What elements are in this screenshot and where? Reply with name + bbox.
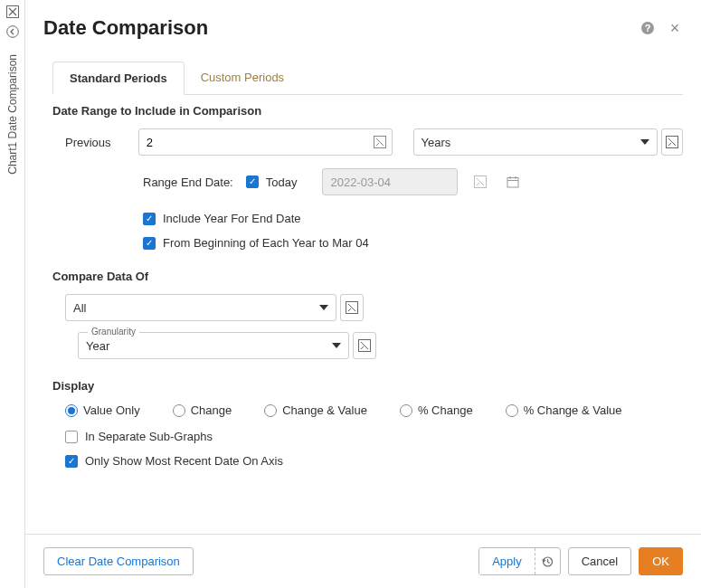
svg-rect-7	[507, 178, 518, 188]
radio-icon	[506, 404, 518, 417]
radio-icon	[173, 404, 185, 417]
compare-data-value: All	[73, 301, 86, 315]
radio-label: Change	[191, 403, 232, 417]
page-title: Date Comparison	[43, 16, 208, 40]
clear-button[interactable]: Clear Date Comparison	[43, 547, 194, 575]
compare-fx-button[interactable]	[340, 294, 364, 321]
subgraphs-label: In Separate Sub-Graphs	[85, 430, 213, 443]
display-radio-4[interactable]: % Change & Value	[506, 403, 622, 417]
granularity-fx-button[interactable]	[353, 332, 376, 359]
today-checkbox[interactable]	[246, 175, 259, 188]
compare-section-label: Compare Data Of	[52, 270, 683, 283]
range-section-label: Date Range to Include in Comparison	[52, 104, 683, 118]
radio-label: Change & Value	[282, 403, 367, 417]
sidebar-back-icon[interactable]	[5, 24, 21, 40]
granularity-label: Granularity	[88, 327, 139, 337]
chevron-down-icon	[332, 343, 341, 348]
sidebar-close-icon[interactable]	[5, 4, 21, 20]
include-year-label: Include Year For End Date	[163, 212, 301, 225]
granularity-select[interactable]: Granularity Year	[78, 332, 349, 359]
apply-button[interactable]: Apply	[479, 548, 535, 574]
radio-icon	[264, 404, 277, 417]
subgraphs-checkbox[interactable]	[65, 431, 78, 443]
unit-select[interactable]: Years	[413, 128, 658, 156]
end-date-input	[323, 169, 457, 194]
include-year-checkbox[interactable]	[143, 213, 156, 225]
unit-fx-button[interactable]	[661, 128, 684, 156]
end-date-fx-button	[469, 168, 492, 195]
recent-date-label: Only Show Most Recent Date On Axis	[85, 454, 283, 468]
help-icon[interactable]: ?	[639, 20, 656, 36]
unit-value: Years	[422, 136, 451, 149]
chevron-down-icon	[319, 305, 328, 310]
display-radio-0[interactable]: Value Only	[65, 403, 140, 417]
sidebar-label: Chart1 Date Comparison	[6, 54, 19, 175]
cancel-button[interactable]: Cancel	[568, 547, 631, 575]
radio-label: % Change & Value	[524, 403, 622, 417]
granularity-value: Year	[86, 339, 109, 353]
tab-custom-periods[interactable]: Custom Periods	[185, 62, 300, 94]
display-radio-3[interactable]: % Change	[400, 403, 473, 417]
compare-data-select[interactable]: All	[65, 294, 336, 321]
range-end-label: Range End Date:	[143, 175, 233, 189]
chevron-down-icon	[640, 139, 649, 145]
apply-history-icon[interactable]	[535, 548, 560, 574]
radio-label: Value Only	[83, 403, 140, 417]
calendar-icon	[501, 168, 525, 195]
recent-date-checkbox[interactable]	[65, 455, 78, 468]
svg-text:?: ?	[645, 23, 651, 33]
previous-label: Previous	[52, 136, 114, 149]
previous-count-input[interactable]	[139, 129, 392, 155]
radio-label: % Change	[418, 403, 473, 417]
today-label: Today	[266, 175, 298, 189]
radio-icon	[400, 404, 412, 417]
from-beginning-label: From Beginning of Each Year to Mar 04	[163, 236, 369, 250]
display-radio-2[interactable]: Change & Value	[264, 403, 367, 417]
tab-standard-periods[interactable]: Standard Periods	[52, 62, 185, 95]
display-radio-1[interactable]: Change	[173, 403, 232, 417]
close-icon[interactable]: ×	[667, 20, 683, 36]
from-beginning-checkbox[interactable]	[143, 237, 156, 250]
ok-button[interactable]: OK	[639, 547, 683, 575]
radio-icon	[65, 404, 78, 417]
display-section-label: Display	[52, 379, 683, 393]
fx-inline-icon[interactable]	[374, 136, 386, 148]
svg-point-1	[6, 26, 18, 38]
